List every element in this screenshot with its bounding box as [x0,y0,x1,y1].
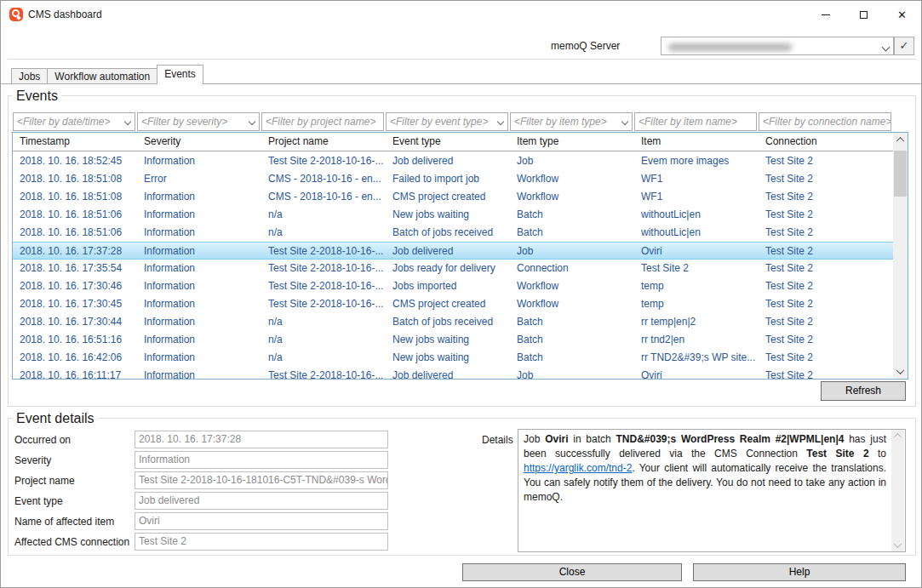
column-header-item[interactable]: Item [641,135,762,147]
table-row[interactable]: 2018. 10. 16. 16:42:06Informationn/aNew … [13,349,893,367]
checkmark-icon: ✓ [900,39,909,52]
column-header-connection[interactable]: Connection [765,135,888,147]
scrollbar-thumb[interactable] [894,151,907,197]
column-header-timestamp[interactable]: Timestamp [20,135,140,147]
table-row[interactable]: 2018. 10. 16. 18:51:08ErrorCMS - 2018-10… [13,170,893,188]
field-value-0[interactable]: 2018. 10. 16. 17:37:28 [135,431,388,448]
column-header-event-type[interactable]: Event type [392,135,513,147]
filter-placeholder: <Filter by item type> [511,113,632,128]
field-label-4: Name of affected item [14,516,114,528]
filter-combobox-1[interactable]: <Filter by severity> [137,112,260,131]
table-row[interactable]: 2018. 10. 16. 18:51:06Informationn/aBatc… [13,224,893,242]
tab-events[interactable]: Events [157,65,203,84]
details-link[interactable]: https://yarglik.com/tnd-2 [524,462,632,474]
table-cell: New jobs waiting [392,351,513,363]
table-cell: n/a [268,226,389,238]
filter-placeholder: <Filter by date/time> [14,113,135,128]
filter-combobox-4[interactable]: <Filter by item type> [510,112,633,131]
server-label: memoQ Server [551,40,620,52]
table-cell: Test Site 2-2018-10-16-... [268,298,389,310]
field-value-2[interactable]: Test Site 2-2018-10-16-181016-C5T-TND&#0… [135,471,388,489]
server-combobox[interactable] [661,37,894,55]
field-value-3[interactable]: Job delivered [135,492,388,510]
table-cell: Information [144,316,265,328]
chevron-down-icon [896,366,905,374]
table-cell: n/a [268,316,389,328]
table-cell: temp [641,280,762,292]
table-cell: rr TND2&#39;s WP site... [641,351,762,363]
details-textbox[interactable]: Job Oviri in batch TND&#039;s WordPress … [518,429,906,552]
details-label: Details [482,434,513,446]
field-label-3: Event type [14,495,63,507]
table-row[interactable]: 2018. 10. 16. 18:51:06Informationn/aNew … [13,206,893,224]
filter-combobox-2[interactable]: <Filter by project name> [261,112,384,131]
maximize-icon [860,11,868,19]
details-scroll-up-button[interactable] [891,430,904,442]
table-cell: Job [517,369,638,380]
field-value-4[interactable]: Oviri [135,512,388,530]
table-row[interactable]: 2018. 10. 16. 16:51:16Informationn/aNew … [13,331,893,349]
memoq-logo-icon [9,8,23,21]
filter-placeholder: <Filter by event type> [387,113,507,128]
filter-combobox-6[interactable]: <Filter by connection name> [759,112,891,131]
table-row[interactable]: 2018. 10. 16. 17:35:54InformationTest Si… [13,260,893,277]
table-row[interactable]: 2018. 10. 16. 17:30:44Informationn/aBatc… [13,313,893,331]
table-cell: Batch [517,226,638,238]
server-apply-button[interactable]: ✓ [894,37,914,55]
scroll-down-button[interactable] [893,364,908,379]
minimize-button[interactable] [806,1,845,28]
help-button[interactable]: Help [693,563,906,581]
table-cell: Jobs imported [392,280,513,292]
chevron-down-icon [894,539,902,548]
chevron-up-icon [896,137,905,146]
tab-jobs[interactable]: Jobs [11,68,48,84]
table-row[interactable]: 2018. 10. 16. 16:11:17InformationTest Si… [13,367,893,380]
scroll-up-button[interactable] [893,133,908,147]
table-header-row: TimestampSeverityProject nameEvent typeI… [13,133,893,151]
field-label-0: Occurred on [14,434,71,446]
tab-workflow-automation[interactable]: Workflow automation [47,68,157,84]
table-cell: Test Site 2 [765,208,888,220]
table-row[interactable]: 2018. 10. 16. 17:30:45InformationTest Si… [13,295,893,313]
table-cell: Job [517,155,638,167]
table-cell: 2018. 10. 16. 17:30:44 [20,316,140,328]
close-button[interactable]: Close [462,563,682,581]
table-cell: Test Site 2 [641,262,762,274]
details-text: Job [524,433,545,445]
filter-combobox-3[interactable]: <Filter by event type> [386,112,508,131]
field-label-2: Project name [14,475,75,487]
details-bold-text: Oviri [545,433,568,445]
table-cell: Test Site 2 [765,155,888,167]
table-cell: Information [144,369,265,380]
table-vertical-scrollbar[interactable] [893,133,908,379]
refresh-button[interactable]: Refresh [821,381,906,401]
table-row[interactable]: 2018. 10. 16. 18:52:45InformationTest Si… [13,152,893,170]
table-cell: Workflow [517,191,638,203]
column-header-item-type[interactable]: Item type [517,135,638,147]
table-cell: Batch [517,316,638,328]
column-header-project-name[interactable]: Project name [268,135,389,147]
table-cell: Test Site 2 [765,316,888,328]
table-row[interactable]: 2018. 10. 16. 18:51:08InformationCMS - 2… [13,188,893,206]
table-row[interactable]: 2018. 10. 16. 17:37:28InformationTest Si… [13,242,893,260]
details-scroll-down-button[interactable] [891,539,904,551]
table-cell: Information [144,280,265,292]
chevron-up-icon [894,433,902,442]
table-cell: 2018. 10. 16. 18:51:06 [20,226,140,238]
maximize-button[interactable] [845,1,883,28]
filter-combobox-0[interactable]: <Filter by date/time> [13,112,135,131]
table-cell: Information [144,245,265,257]
table-cell: Information [144,226,265,238]
table-cell: 2018. 10. 16. 18:51:08 [20,173,140,185]
table-row[interactable]: 2018. 10. 16. 17:30:46InformationTest Si… [13,277,893,295]
table-cell: Test Site 2 [765,351,888,363]
field-label-1: Severity [14,454,51,466]
field-value-1[interactable]: Information [135,451,388,469]
close-window-button[interactable]: ✕ [883,1,921,28]
field-value-5[interactable]: Test Site 2 [135,533,388,551]
filter-combobox-5[interactable]: <Filter by item name> [634,112,757,131]
table-cell: Test Site 2-2018-10-16-... [268,245,389,257]
column-header-severity[interactable]: Severity [144,135,265,147]
table-cell: 2018. 10. 16. 18:51:08 [20,191,140,203]
details-scrollbar[interactable] [891,430,904,551]
